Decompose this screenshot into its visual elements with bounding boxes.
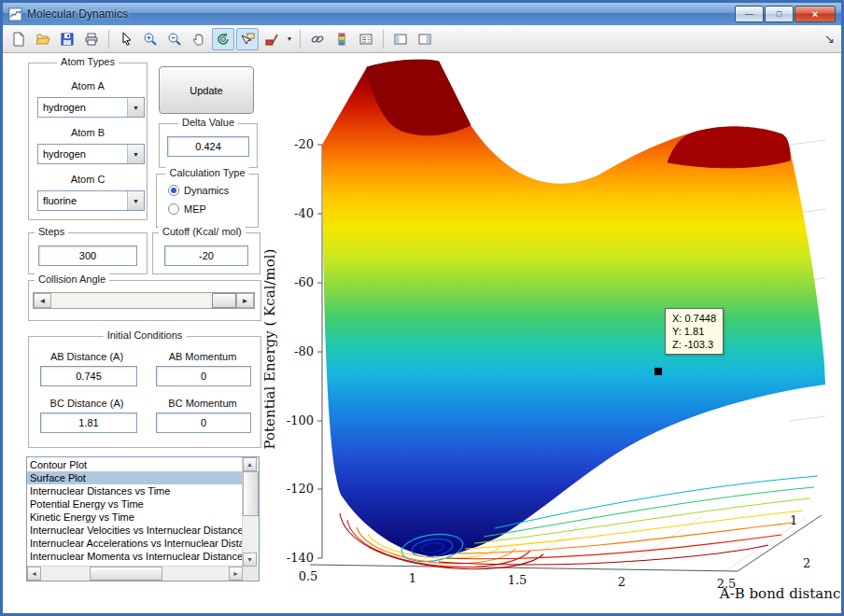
dock-figure-icon[interactable]: ↘ (824, 32, 837, 46)
mep-radio[interactable] (168, 203, 179, 215)
svg-text:0.5: 0.5 (299, 569, 318, 583)
atom-c-label: Atom C (29, 174, 147, 185)
brush-icon[interactable] (260, 28, 283, 50)
update-button[interactable]: Update (159, 66, 254, 114)
window-title: Molecular Dynamics (27, 7, 128, 21)
dynamics-radio-row[interactable]: Dynamics (168, 185, 229, 196)
delta-value-panel: Delta Value 0.424 (159, 123, 258, 168)
vertical-scroll-thumb[interactable] (243, 471, 259, 516)
cutoff-title: Cutoff (Kcal/ mol) (159, 226, 246, 237)
window-icon (8, 7, 22, 21)
list-item[interactable]: Internuclear Velocities vs Internuclear … (27, 524, 243, 537)
delta-value-field[interactable]: 0.424 (167, 136, 249, 157)
hide-plot-tools-icon[interactable] (389, 28, 412, 50)
svg-text:-60: -60 (294, 275, 314, 289)
bc-distance-field[interactable]: 1.81 (40, 413, 137, 433)
cutoff-panel: Cutoff (Kcal/ mol) -20 (152, 232, 260, 274)
scroll-up-icon[interactable]: ▲ (243, 457, 257, 471)
horizontal-scrollbar[interactable]: ◄ ► (27, 566, 243, 581)
list-item[interactable]: Internuclear Momenta vs Internuclear Dis… (27, 550, 243, 563)
list-item[interactable]: Internuclear Distances vs Time (27, 484, 243, 497)
chevron-down-icon[interactable]: ▼ (127, 191, 144, 210)
chevron-down-icon[interactable]: ▼ (127, 98, 144, 117)
minimize-button[interactable]: — (735, 6, 764, 22)
maximize-button[interactable]: □ (765, 6, 794, 22)
close-button[interactable]: × (795, 6, 836, 22)
y-tick-labels: 1 2 (790, 513, 810, 570)
brush-dropdown-icon[interactable]: ▾ (285, 35, 294, 43)
atom-b-select[interactable]: hydrogen ▼ (37, 144, 145, 164)
open-file-icon[interactable] (32, 28, 54, 50)
svg-text:2: 2 (618, 575, 626, 589)
print-icon[interactable] (80, 28, 103, 50)
steps-title: Steps (35, 226, 68, 237)
surface-plot-svg: -20 -40 -60 -80 -100 -120 -140 0.5 1 1.5… (271, 56, 844, 616)
titlebar[interactable]: Molecular Dynamics — □ × (3, 3, 841, 26)
atom-a-value: hydrogen (43, 102, 86, 113)
link-plot-icon[interactable] (306, 28, 329, 50)
initial-conditions-title: Initial Conditions (104, 329, 187, 341)
slider-right-arrow-icon[interactable]: ► (236, 293, 254, 308)
rotate-3d-icon[interactable] (212, 28, 234, 50)
save-icon[interactable] (56, 28, 78, 50)
initial-conditions-panel: Initial Conditions AB Distance (A) AB Mo… (28, 336, 261, 448)
bc-momentum-field[interactable]: 0 (156, 413, 251, 433)
new-file-icon[interactable] (7, 28, 30, 50)
list-item[interactable]: Potential Energy vs Time (27, 497, 243, 511)
list-item-selected[interactable]: Surface Plot (27, 471, 243, 484)
mep-radio-row[interactable]: MEP (168, 203, 206, 215)
plot-area[interactable]: -20 -40 -60 -80 -100 -120 -140 0.5 1 1.5… (271, 56, 844, 616)
atom-b-label: Atom B (29, 127, 147, 138)
svg-text:-100: -100 (287, 413, 314, 427)
zoom-out-icon[interactable] (163, 28, 186, 50)
show-plot-tools-icon[interactable] (414, 28, 436, 50)
horizontal-scroll-thumb[interactable] (90, 567, 162, 581)
scroll-left-icon[interactable]: ◄ (27, 567, 41, 581)
svg-text:1: 1 (409, 571, 416, 585)
delta-value-title: Delta Value (178, 117, 238, 128)
zoom-in-icon[interactable] (139, 28, 162, 50)
calculation-type-title: Calculation Type (165, 167, 248, 178)
atom-a-select[interactable]: hydrogen ▼ (37, 97, 145, 118)
scroll-down-icon[interactable]: ▼ (243, 553, 257, 567)
slider-left-arrow-icon[interactable]: ◄ (34, 293, 51, 308)
data-cursor-icon[interactable] (236, 28, 259, 50)
list-item[interactable]: Kinetic Energy vs Time (27, 511, 243, 524)
dynamics-radio[interactable] (168, 185, 179, 196)
slider-thumb[interactable] (212, 293, 236, 308)
svg-text:-80: -80 (294, 344, 314, 358)
list-item[interactable]: Contour Plot (27, 458, 243, 471)
ab-momentum-field[interactable]: 0 (156, 366, 251, 386)
data-cursor-marker[interactable] (654, 368, 662, 375)
data-tip[interactable]: X: 0.7448 Y: 1.81 Z: -103.3 (665, 308, 724, 355)
slider-track[interactable] (51, 293, 236, 308)
insert-legend-icon[interactable] (355, 28, 377, 50)
svg-text:1.5: 1.5 (508, 573, 528, 587)
collision-angle-title: Collision Angle (35, 273, 109, 285)
svg-text:-140: -140 (287, 551, 314, 565)
svg-text:-20: -20 (294, 137, 314, 151)
cutoff-field[interactable]: -20 (164, 245, 248, 266)
svg-text:-120: -120 (287, 482, 314, 496)
pan-icon[interactable] (188, 28, 210, 50)
atom-c-select[interactable]: fluorine ▼ (37, 190, 145, 211)
plot-type-listbox[interactable]: Contour Plot Surface Plot Internuclear D… (26, 456, 260, 581)
listbox-items: Contour Plot Surface Plot Internuclear D… (27, 458, 243, 567)
collision-angle-slider[interactable]: ◄ ► (33, 292, 255, 309)
bc-momentum-label: BC Momentum (145, 398, 260, 409)
surface-right-ridge-cap (668, 127, 790, 168)
dynamics-radio-label: Dynamics (184, 185, 229, 196)
chevron-down-icon[interactable]: ▼ (127, 145, 144, 163)
steps-panel: Steps 300 (28, 232, 148, 274)
insert-colorbar-icon[interactable] (331, 28, 353, 50)
ab-distance-field[interactable]: 0.745 (40, 366, 137, 386)
potential-energy-surface[interactable] (322, 60, 825, 556)
app-window: Molecular Dynamics — □ × ▾ ↘ Atom Types (0, 0, 844, 616)
figure-toolbar: ▾ ↘ (3, 25, 841, 53)
scroll-right-icon[interactable]: ► (229, 567, 243, 581)
list-item[interactable]: Internuclear Accelerations vs Internucle… (27, 537, 243, 550)
vertical-scrollbar[interactable]: ▲ ▼ (242, 457, 259, 567)
pointer-icon[interactable] (115, 28, 137, 50)
ab-distance-label: AB Distance (A) (29, 351, 145, 362)
steps-field[interactable]: 300 (38, 245, 137, 266)
